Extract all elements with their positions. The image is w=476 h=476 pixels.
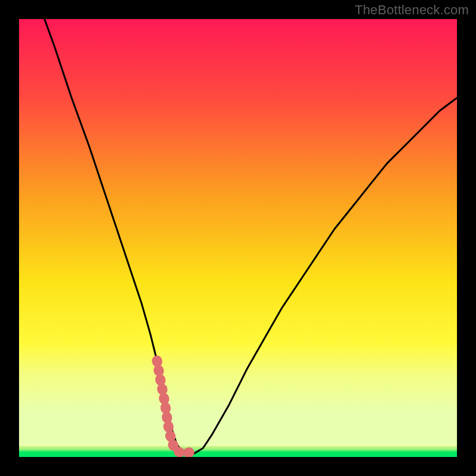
chart-svg bbox=[19, 19, 457, 457]
svg-rect-0 bbox=[19, 19, 457, 457]
watermark-text: TheBottleneck.com bbox=[355, 2, 469, 18]
plot-area bbox=[19, 19, 457, 457]
svg-rect-1 bbox=[19, 446, 457, 457]
chart-frame: TheBottleneck.com bbox=[0, 0, 476, 476]
